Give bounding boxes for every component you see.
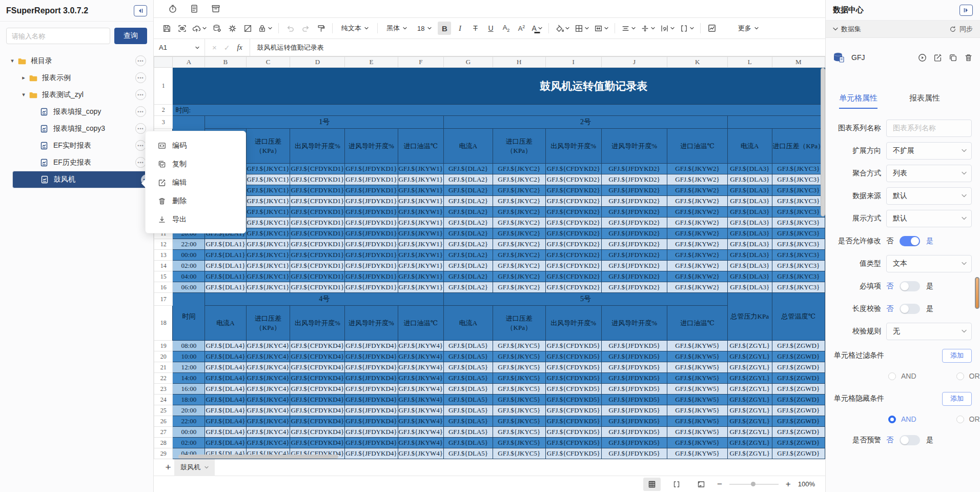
grid-cell[interactable]: GFJ.${JKYC1} <box>246 185 290 196</box>
grid-cell[interactable]: GFJ.${CFDYKD1} <box>290 207 345 218</box>
grid-cell[interactable]: GFJ.${JFDYKD2} <box>601 196 667 207</box>
chart-series-name-input[interactable]: 图表系列名称 <box>886 120 972 137</box>
column-header-C[interactable]: C <box>246 57 290 68</box>
grid-cell[interactable]: 进口油温℃ <box>398 306 444 341</box>
grid-cell[interactable]: GFJ.${CFDYKD4} <box>290 384 345 395</box>
column-header-A[interactable]: A <box>173 57 205 68</box>
grid-cell[interactable]: GFJ.${CFDYKD1} <box>290 239 345 250</box>
grid-cell[interactable]: GFJ.${DLA5} <box>444 427 493 438</box>
grid-cell[interactable]: GFJ.${JFDYKD1} <box>345 185 398 196</box>
grid-cell[interactable]: GFJ.${JFDYKD5} <box>601 373 667 384</box>
grid-cell[interactable]: GFJ.${JFDYKD4} <box>345 373 398 384</box>
grid-cell[interactable]: GFJ.${CFDYKD1} <box>290 185 345 196</box>
grid-cell[interactable]: GFJ.${JKYC3} <box>772 218 825 228</box>
grid-cell[interactable]: GFJ.${JFDYKD2} <box>601 185 667 196</box>
caret-expanded-icon[interactable]: ▾ <box>8 57 16 64</box>
grid-cell[interactable]: GFJ.${DLA2} <box>444 261 493 271</box>
grid-cell[interactable]: GFJ.${JKYW1} <box>398 282 444 293</box>
grid-cell[interactable]: GFJ.${DLA4} <box>205 405 246 416</box>
item-more-button[interactable]: ••• <box>135 72 146 83</box>
row-header-19[interactable]: 19 <box>154 341 173 351</box>
grid-cell[interactable]: GFJ.${CFDYKD2} <box>545 239 601 250</box>
grid-cell[interactable]: GFJ.${DLA4} <box>205 384 246 395</box>
column-width-button[interactable] <box>678 22 696 35</box>
grid-cell[interactable]: 时间 <box>173 293 205 341</box>
lock-button[interactable] <box>256 22 274 35</box>
grid-cell[interactable]: 电流A <box>205 306 246 341</box>
grid-cell[interactable]: GFJ.${JFDYKD1} <box>345 174 398 185</box>
grid-cell[interactable]: GFJ.${JKYC5} <box>493 362 545 373</box>
grid-cell[interactable]: GFJ.${JKYW1} <box>398 174 444 185</box>
item-more-button[interactable]: ••• <box>135 89 146 100</box>
grid-cell[interactable]: GFJ.${JKYC2} <box>493 196 545 207</box>
grid-cell[interactable]: GFJ.${JKYC3} <box>772 196 825 207</box>
grid-cell[interactable]: GFJ.${JFDYKD4} <box>345 448 398 459</box>
formula-input[interactable]: 鼓风机运转值勤记录表 <box>250 43 324 52</box>
grid-cell[interactable]: GFJ.${DLA3} <box>727 196 772 207</box>
grid-cell[interactable]: GFJ.${CFDYKD2} <box>545 185 601 196</box>
add-cell-hide-button[interactable]: 添加 <box>942 392 972 406</box>
grid-cell[interactable]: GFJ.${JKYC5} <box>493 427 545 438</box>
grid-cell[interactable]: 总管温度℃ <box>772 293 825 341</box>
grid-cell[interactable]: GFJ.${DLA2} <box>444 239 493 250</box>
grid-cell[interactable]: GFJ.${JFDYKD1} <box>345 228 398 239</box>
grid-cell[interactable]: GFJ.${JKYW5} <box>667 341 728 351</box>
grid-cell[interactable]: GFJ.${JKYW2} <box>667 185 728 196</box>
strikethrough-button[interactable]: T <box>468 22 482 35</box>
grid-cell[interactable]: GFJ.${CFDYKD4} <box>290 341 345 351</box>
grid-cell[interactable]: 进口压差（KPa） <box>246 306 290 341</box>
grid-cell[interactable]: GFJ.${ZGYL} <box>727 362 772 373</box>
row-header-29[interactable]: 29 <box>154 448 173 459</box>
zoom-out-button[interactable]: − <box>717 479 722 489</box>
grid-cell[interactable]: GFJ.${JKYW2} <box>667 174 728 185</box>
value-type-select[interactable]: 文本 <box>886 255 972 272</box>
filter-logic-radio-AND[interactable] <box>888 372 896 380</box>
grid-cell[interactable]: GFJ.${JKYC1} <box>246 282 290 293</box>
grid-cell[interactable]: GFJ.${JKYW4} <box>398 438 444 448</box>
fill-color-button[interactable] <box>554 22 571 35</box>
grid-cell[interactable]: GFJ.${JFDYKD4} <box>345 427 398 438</box>
report-doc-button[interactable] <box>188 2 201 15</box>
grid-cell[interactable]: GFJ.${JKYC1} <box>246 218 290 228</box>
grid-cell[interactable]: 电流A <box>444 306 493 341</box>
grid-cell[interactable]: 电流A <box>727 129 772 164</box>
grid-cell[interactable]: GFJ.${JKYC5} <box>493 448 545 459</box>
caret-expanded-icon[interactable]: ▾ <box>19 91 28 98</box>
grid-cell[interactable]: GFJ.${JKYC3} <box>772 185 825 196</box>
grid-cell[interactable]: GFJ.${DLA4} <box>205 438 246 448</box>
grid-cell[interactable]: 08:00 <box>173 341 205 351</box>
grid-cell[interactable]: 22:00 <box>173 239 205 250</box>
tree-item-EF历史报表[interactable]: EF历史报表••• <box>0 154 153 171</box>
grid-cell[interactable]: GFJ.${CFDYKD1} <box>290 228 345 239</box>
grid-cell[interactable]: 14:00 <box>173 373 205 384</box>
grid-cell[interactable]: GFJ.${DLA4} <box>205 351 246 362</box>
grid-cell[interactable]: GFJ.${JKYC4} <box>246 341 290 351</box>
grid-cell[interactable]: GFJ.${JFDYKD4} <box>345 384 398 395</box>
grid-cell[interactable]: GFJ.${JFDYKD4} <box>345 405 398 416</box>
row-header-16[interactable]: 16 <box>154 282 173 293</box>
grid-cell[interactable]: GFJ.${JKYW5} <box>667 351 728 362</box>
grid-cell[interactable]: GFJ.${JKYW1} <box>398 239 444 250</box>
grid-cell[interactable]: GFJ.${CFDYKD2} <box>545 261 601 271</box>
grid-cell[interactable]: 5号 <box>444 293 728 306</box>
grid-cell[interactable]: 04:00 <box>173 271 205 282</box>
grid-cell[interactable]: GFJ.${JKYC1} <box>246 250 290 261</box>
grid-cell[interactable]: GFJ.${CFDYKD2} <box>545 196 601 207</box>
grid-cell[interactable]: GFJ.${JFDYKD5} <box>601 416 667 427</box>
grid-cell[interactable]: GFJ.${JKYW4} <box>398 405 444 416</box>
grid-cell[interactable]: GFJ.${CFDYKD5} <box>545 427 601 438</box>
grid-cell[interactable]: GFJ.${JKYC1} <box>246 239 290 250</box>
grid-cell[interactable]: GFJ.${CFDYKD1} <box>290 250 345 261</box>
grid-cell[interactable]: GFJ.${JKYW2} <box>667 282 728 293</box>
borders-button[interactable] <box>573 22 590 35</box>
row-header-12[interactable]: 12 <box>154 239 173 250</box>
grid-cell[interactable]: GFJ.${DLA4} <box>205 395 246 405</box>
column-header-I[interactable]: I <box>545 57 601 68</box>
grid-cell[interactable]: GFJ.${JFDYKD5} <box>601 341 667 351</box>
grid-cell[interactable]: GFJ.${CFDYKD4} <box>290 405 345 416</box>
grid-cell[interactable]: GFJ.${DLA4} <box>205 362 246 373</box>
underline-button[interactable]: U <box>484 22 497 35</box>
text-rotate-button[interactable] <box>659 22 676 35</box>
grid-cell[interactable]: GFJ.${JKYW5} <box>667 373 728 384</box>
grid-cell[interactable]: GFJ.${JFDYKD1} <box>345 239 398 250</box>
